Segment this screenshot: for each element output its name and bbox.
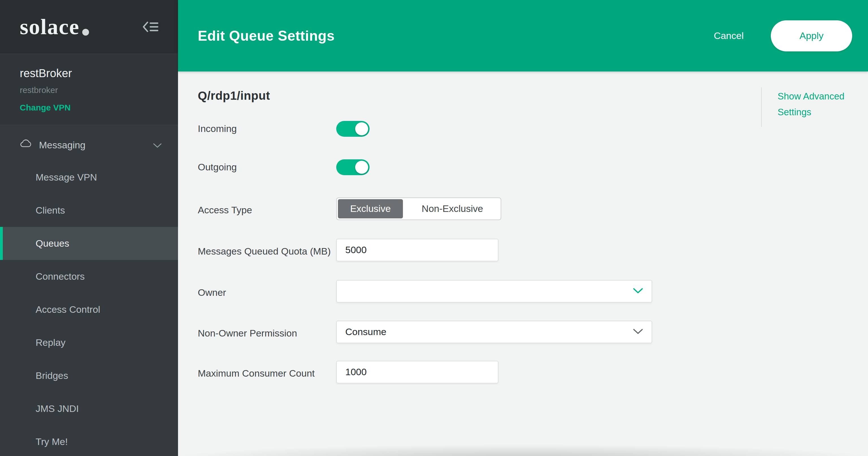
outgoing-label: Outgoing (198, 159, 336, 176)
cancel-button[interactable]: Cancel (714, 30, 744, 41)
change-vpn-link[interactable]: Change VPN (20, 103, 71, 113)
access-type-row: Access Type Exclusive Non-Exclusive (198, 197, 868, 239)
sidebar-item-queues[interactable]: Queues (0, 227, 178, 260)
max-consumer-count-input[interactable] (336, 361, 498, 384)
toggle-knob (355, 122, 368, 135)
sidebar-item-connectors[interactable]: Connectors (0, 260, 178, 293)
non-owner-permission-dropdown[interactable]: Consume (336, 321, 652, 343)
sidebar-item-access-control[interactable]: Access Control (0, 293, 178, 326)
max-consumer-count-row: Maximum Consumer Count (198, 361, 868, 384)
owner-dropdown[interactable] (336, 280, 652, 303)
nav-messaging[interactable]: Messaging (0, 129, 178, 161)
collapse-sidebar-icon[interactable] (142, 21, 159, 33)
owner-label: Owner (198, 280, 336, 301)
page-header: Edit Queue Settings Cancel Apply (178, 0, 868, 71)
sidebar-logo-area: solace (0, 0, 178, 54)
nav-messaging-label: Messaging (39, 140, 153, 151)
chevron-down-icon (632, 328, 644, 336)
access-type-label: Access Type (198, 197, 336, 218)
vpn-name: restbroker (20, 85, 158, 95)
access-type-segmented-control: Exclusive Non-Exclusive (336, 197, 501, 220)
sidebar-item-message-vpn[interactable]: Message VPN (0, 161, 178, 194)
sidebar-item-bridges[interactable]: Bridges (0, 359, 178, 392)
chevron-down-icon (153, 140, 162, 151)
non-owner-permission-label: Non-Owner Permission (198, 321, 336, 341)
sidebar-nav: Messaging Message VPN Clients Queues Con… (0, 125, 178, 456)
max-consumer-count-label: Maximum Consumer Count (198, 361, 336, 382)
main-area: Edit Queue Settings Cancel Apply Q/rdp1/… (178, 0, 868, 456)
solace-logo-dot (82, 29, 89, 36)
sidebar-item-try-me[interactable]: Try Me! (0, 425, 178, 456)
incoming-row: Incoming (198, 121, 868, 137)
queue-settings-form: Q/rdp1/input Show Advanced Settings Inco… (178, 71, 868, 456)
messages-queued-quota-input[interactable] (336, 239, 498, 261)
outgoing-row: Outgoing (198, 159, 868, 176)
sidebar: solace restBroker restbroker Change VPN … (0, 0, 178, 456)
broker-name: restBroker (20, 67, 158, 80)
page-title: Edit Queue Settings (198, 28, 714, 44)
chevron-down-icon (632, 287, 644, 295)
sidebar-item-clients[interactable]: Clients (0, 194, 178, 227)
access-type-non-exclusive-option[interactable]: Non-Exclusive (404, 198, 501, 219)
content-bottom-shadow (178, 445, 868, 456)
queue-name-heading: Q/rdp1/input (198, 89, 868, 102)
incoming-toggle[interactable] (336, 121, 370, 137)
incoming-label: Incoming (198, 121, 336, 137)
quota-label: Messages Queued Quota (MB) (198, 239, 336, 260)
quota-row: Messages Queued Quota (MB) (198, 239, 868, 261)
solace-logo: solace (20, 16, 89, 38)
advanced-link-divider (761, 87, 762, 127)
solace-logo-text: solace (20, 16, 80, 38)
sidebar-item-replay[interactable]: Replay (0, 326, 178, 359)
outgoing-toggle[interactable] (336, 159, 370, 175)
non-owner-permission-value: Consume (345, 326, 386, 337)
toggle-knob (355, 161, 368, 174)
show-advanced-settings-link[interactable]: Show Advanced Settings (778, 88, 862, 120)
access-type-exclusive-option[interactable]: Exclusive (338, 199, 403, 218)
owner-row: Owner (198, 280, 868, 303)
broker-info: restBroker restbroker Change VPN (0, 54, 178, 125)
cloud-icon (20, 139, 32, 151)
sidebar-item-jms-jndi[interactable]: JMS JNDI (0, 392, 178, 425)
apply-button[interactable]: Apply (771, 20, 852, 52)
non-owner-permission-row: Non-Owner Permission Consume (198, 321, 868, 343)
